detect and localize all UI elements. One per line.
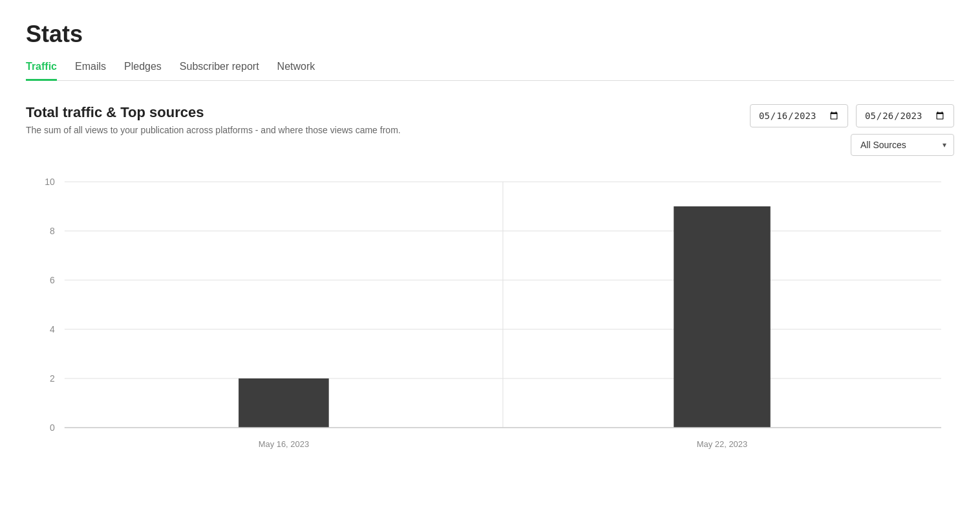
svg-text:6: 6: [50, 275, 55, 285]
chart-area: 0 2 4 6 8 10 May 16, 2023 May 22, 2023: [26, 169, 954, 469]
chart-svg: 0 2 4 6 8 10 May 16, 2023 May 22, 2023: [26, 169, 954, 466]
tab-emails[interactable]: Emails: [75, 61, 106, 81]
svg-text:2: 2: [50, 373, 55, 384]
section-title: Total traffic & Top sources: [26, 104, 750, 121]
date-controls: All Sources Direct Email Social Search ▾: [750, 104, 954, 156]
svg-text:0: 0: [50, 422, 55, 433]
tab-subscriber-report[interactable]: Subscriber report: [180, 61, 259, 81]
tab-network[interactable]: Network: [277, 61, 315, 81]
section-description: The sum of all views to your publication…: [26, 125, 750, 135]
end-date-input[interactable]: [856, 104, 954, 127]
start-date-input[interactable]: [750, 104, 848, 127]
bar-may16: [239, 378, 329, 428]
section-info: Total traffic & Top sources The sum of a…: [26, 104, 750, 151]
sources-select[interactable]: All Sources Direct Email Social Search: [851, 134, 954, 156]
svg-text:May 16, 2023: May 16, 2023: [259, 439, 309, 449]
controls-row: Total traffic & Top sources The sum of a…: [26, 104, 954, 156]
page-title: Stats: [26, 21, 954, 48]
svg-text:10: 10: [45, 177, 55, 187]
tab-pledges[interactable]: Pledges: [124, 61, 162, 81]
select-wrapper: All Sources Direct Email Social Search ▾: [851, 134, 954, 156]
tab-nav: Traffic Emails Pledges Subscriber report…: [26, 61, 954, 81]
svg-text:4: 4: [50, 324, 55, 334]
svg-text:May 22, 2023: May 22, 2023: [697, 439, 747, 449]
bar-may22: [674, 206, 771, 428]
svg-text:8: 8: [50, 226, 55, 236]
tab-traffic[interactable]: Traffic: [26, 61, 57, 81]
date-inputs-row: [750, 104, 954, 127]
